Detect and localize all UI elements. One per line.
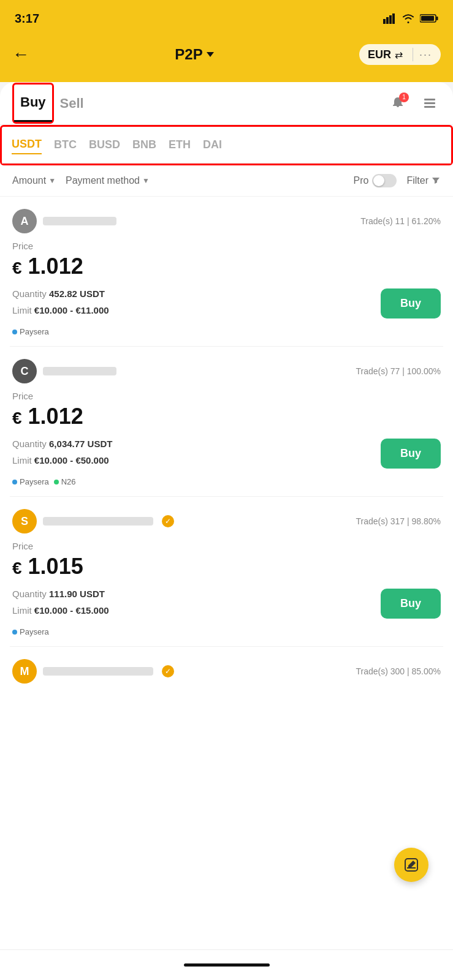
exchange-icon: ⇄	[395, 49, 403, 61]
paysera-label: Paysera	[20, 627, 49, 636]
payment-tags: Paysera	[12, 627, 441, 636]
crypto-tab-btc[interactable]: BTC	[54, 136, 77, 154]
seller-name	[43, 667, 153, 676]
payment-tags: Paysera N26	[12, 477, 441, 486]
wifi-icon	[402, 13, 415, 24]
seller-name	[43, 367, 116, 375]
paysera-label: Paysera	[20, 477, 49, 486]
svg-rect-6	[421, 16, 434, 21]
status-bar: 3:17	[0, 0, 453, 33]
crypto-tab-eth[interactable]: ETH	[169, 136, 191, 154]
seller-info: S ✓	[12, 509, 174, 533]
buy-sell-tabs: Buy Sell 1	[0, 82, 453, 125]
crypto-tab-busd[interactable]: BUSD	[89, 136, 120, 154]
header: ← P2P EUR ⇄ ···	[0, 33, 453, 82]
filter-bar: Amount ▼ Payment method ▼ Pro Filter	[0, 165, 453, 197]
paysera-label: Paysera	[20, 327, 49, 336]
trade-stats: Trade(s) 317 | 98.80%	[356, 516, 441, 526]
crypto-tabs-container: USDT BTC BUSD BNB ETH DAI	[0, 125, 453, 165]
price-value: € 1.012	[12, 404, 441, 429]
verified-badge: ✓	[162, 665, 174, 677]
notification-icon[interactable]: 1	[387, 92, 409, 115]
n26-label: N26	[61, 477, 76, 486]
notification-badge: 1	[399, 92, 409, 102]
p2p-title-text: P2P	[175, 46, 202, 63]
crypto-tab-usdt[interactable]: USDT	[12, 135, 42, 154]
signal-icon	[383, 13, 397, 24]
payment-method-label: Payment method	[66, 175, 140, 186]
svg-rect-7	[424, 99, 435, 100]
tab-buy[interactable]: Buy	[14, 85, 52, 122]
tab-sell[interactable]: Sell	[54, 86, 90, 121]
payment-tag-paysera: Paysera	[12, 477, 49, 486]
buy-button[interactable]: Buy	[381, 439, 441, 469]
buy-button[interactable]: Buy	[381, 589, 441, 619]
crypto-tab-bnb[interactable]: BNB	[132, 136, 156, 154]
amount-arrow-icon: ▼	[48, 176, 56, 185]
svg-rect-3	[392, 13, 395, 24]
svg-rect-9	[424, 106, 435, 108]
seller-name	[43, 217, 116, 225]
payment-tag-n26: N26	[54, 477, 76, 486]
pro-label: Pro	[354, 175, 369, 186]
svg-rect-2	[389, 15, 392, 24]
verified-badge: ✓	[162, 515, 174, 527]
pro-toggle[interactable]: Pro	[354, 174, 397, 187]
seller-info: C	[12, 359, 116, 383]
more-options-icon[interactable]: ···	[419, 48, 432, 61]
price-label: Price	[12, 391, 441, 401]
header-title[interactable]: P2P	[175, 46, 213, 63]
avatar: M	[12, 659, 37, 684]
svg-rect-1	[386, 17, 389, 24]
payment-arrow-icon: ▼	[142, 176, 150, 185]
payment-tag-paysera: Paysera	[12, 327, 49, 336]
currency-label: EUR	[368, 48, 391, 61]
svg-rect-5	[436, 17, 438, 20]
seller-name	[43, 517, 153, 526]
filter-label: Filter	[406, 175, 428, 186]
crypto-tab-dai[interactable]: DAI	[203, 136, 222, 154]
trade-stats: Trade(s) 300 | 85.00%	[356, 666, 441, 676]
qty-limit: Quantity 6,034.77 USDT Limit €10.000 - €…	[12, 435, 112, 469]
status-time: 3:17	[15, 12, 39, 26]
price-label: Price	[12, 541, 441, 551]
price-label: Price	[12, 241, 441, 251]
svg-rect-8	[424, 102, 435, 104]
price-value: € 1.012	[12, 254, 441, 279]
filter-icon	[431, 176, 441, 186]
currency-selector[interactable]: EUR ⇄ ···	[359, 44, 441, 65]
n26-dot	[54, 480, 59, 484]
filter-button[interactable]: Filter	[406, 175, 441, 186]
listing-details: Quantity 111.90 USDT Limit €10.000 - €15…	[12, 586, 441, 619]
qty-limit: Quantity 111.90 USDT Limit €10.000 - €15…	[12, 586, 109, 619]
payment-method-filter[interactable]: Payment method ▼	[66, 175, 150, 186]
listing-details: Quantity 452.82 USDT Limit €10.000 - €11…	[12, 285, 441, 318]
status-icons	[383, 13, 438, 24]
amount-filter[interactable]: Amount ▼	[12, 175, 56, 186]
trade-stats: Trade(s) 77 | 100.00%	[356, 366, 441, 376]
back-button[interactable]: ←	[12, 45, 29, 64]
bottom-bar	[0, 949, 453, 980]
crypto-tabs: USDT BTC BUSD BNB ETH DAI	[2, 127, 451, 164]
fab-button[interactable]	[394, 848, 428, 882]
seller-info: M ✓	[12, 659, 174, 684]
paysera-dot	[12, 480, 17, 484]
listing-item: A Trade(s) 11 | 61.20% Price € 1.012 Qua…	[0, 197, 453, 346]
avatar: C	[12, 359, 37, 383]
avatar: S	[12, 509, 37, 533]
price-value: € 1.015	[12, 554, 441, 579]
battery-icon	[420, 13, 438, 23]
tab-icons: 1	[387, 92, 441, 115]
list-icon[interactable]	[419, 92, 441, 115]
buy-button[interactable]: Buy	[381, 288, 441, 318]
p2p-dropdown-icon[interactable]	[207, 52, 214, 57]
qty-limit: Quantity 452.82 USDT Limit €10.000 - €11…	[12, 285, 109, 318]
svg-rect-0	[383, 19, 386, 24]
seller-info: A	[12, 209, 116, 233]
header-divider	[413, 48, 413, 61]
listing-item: C Trade(s) 77 | 100.00% Price € 1.012 Qu…	[0, 347, 453, 496]
listing-header: M ✓ Trade(s) 300 | 85.00%	[12, 659, 441, 684]
payment-tag-paysera: Paysera	[12, 627, 49, 636]
listing-item: M ✓ Trade(s) 300 | 85.00%	[0, 647, 453, 701]
pro-toggle-switch[interactable]	[372, 174, 397, 187]
